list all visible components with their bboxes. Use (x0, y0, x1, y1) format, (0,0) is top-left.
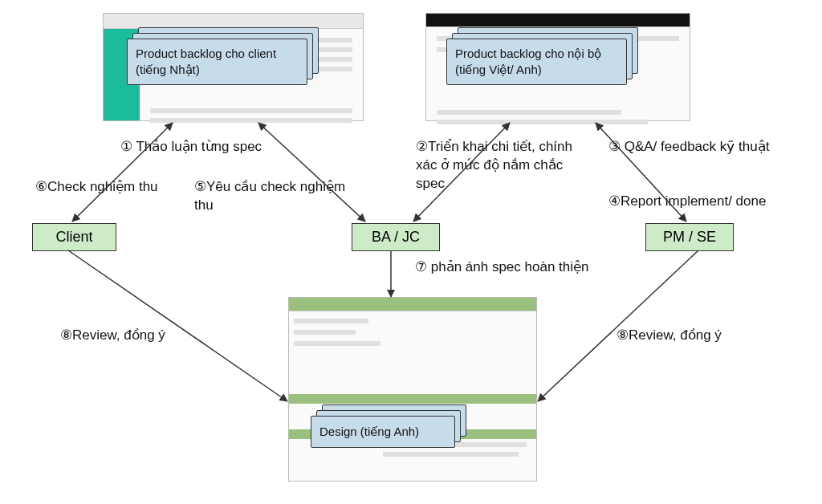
note-design-stack: Design (tiếng Anh) (311, 416, 463, 456)
role-client: Client (32, 223, 116, 251)
label-3-qa-feedback: ③ Q&A/ feedback kỹ thuật (608, 138, 785, 156)
svg-line-5 (68, 250, 287, 401)
label-2-implement-detail: ②Triển khai chi tiết, chính xác ở mức độ… (416, 138, 592, 193)
label-4-report-done: ④Report implement/ done (608, 193, 766, 211)
role-pm-se: PM / SE (645, 223, 734, 251)
label-5-request-check: ⑤Yêu cầu check nghiệm thu (194, 178, 347, 215)
label-8-review-left: ⑧Review, đồng ý (60, 327, 165, 345)
note-client-backlog-stack: Product backlog cho client (tiếng Nhật) (127, 39, 311, 91)
note-internal-backlog: Product backlog cho nội bộ (tiếng Việt/ … (446, 39, 627, 85)
note-internal-backlog-stack: Product backlog cho nội bộ (tiếng Việt/ … (446, 39, 631, 91)
role-ba-jc: BA / JC (352, 223, 440, 251)
note-client-backlog: Product backlog cho client (tiếng Nhật) (127, 39, 307, 85)
label-7-reflect-spec: ⑦ phản ánh spec hoàn thiện (415, 258, 596, 277)
label-8-review-right: ⑧Review, đồng ý (616, 327, 722, 345)
label-1-discuss-spec: ① Thảo luận từng spec (120, 138, 262, 156)
label-6-check-accept: ⑥Check nghiệm thu (35, 178, 158, 197)
note-design: Design (tiếng Anh) (311, 416, 455, 448)
